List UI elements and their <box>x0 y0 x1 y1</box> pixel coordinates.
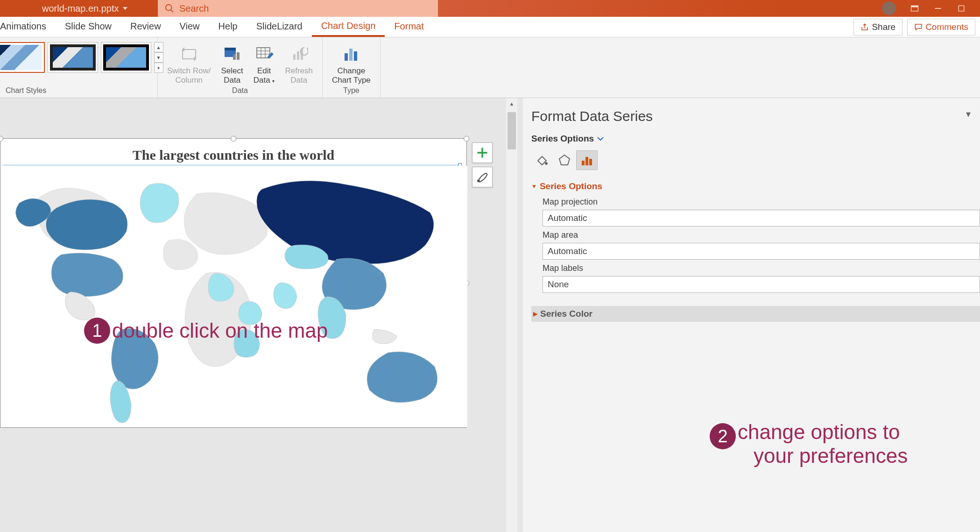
edit-data-button[interactable]: Edit Data ▾ <box>250 42 279 86</box>
search-icon <box>164 3 175 14</box>
ribbon-tabs: Animations Slide Show Review View Help S… <box>0 17 980 37</box>
tab-slidelizard[interactable]: SlideLizard <box>247 18 312 37</box>
paint-bucket-icon <box>535 153 549 167</box>
svg-line-1 <box>171 10 174 13</box>
share-icon <box>860 23 869 31</box>
select-data-icon <box>223 45 241 64</box>
svg-rect-3 <box>911 6 918 7</box>
map-area-select[interactable]: Automatic <box>543 243 980 260</box>
chart-styles-group-label: Chart Styles <box>6 86 46 97</box>
svg-rect-29 <box>589 159 592 165</box>
annotation-2-text: change options to your preferences <box>738 420 908 468</box>
refresh-icon <box>289 45 308 64</box>
svg-point-25 <box>477 179 480 182</box>
maximize-icon[interactable] <box>957 4 966 13</box>
effects-tab[interactable] <box>554 150 575 170</box>
annotation-1-badge: 1 <box>84 318 110 344</box>
select-data-button[interactable]: Select Data <box>218 42 247 86</box>
type-group-label: Type <box>343 86 360 97</box>
pane-menu-icon[interactable]: ▾ <box>966 108 971 124</box>
vertical-scrollbar[interactable]: ▲ <box>506 98 517 532</box>
svg-rect-19 <box>345 53 348 61</box>
series-options-dropdown[interactable]: Series Options <box>531 134 980 144</box>
document-name[interactable]: world-map.en.pptx <box>0 3 127 14</box>
chart-style-1[interactable] <box>0 42 45 73</box>
svg-rect-8 <box>225 48 236 50</box>
change-chart-type-button[interactable]: Change Chart Type <box>328 42 374 86</box>
map-labels-label: Map labels <box>543 263 980 273</box>
map-projection-select[interactable]: Automatic <box>543 210 980 227</box>
svg-rect-21 <box>354 51 357 61</box>
series-color-section[interactable]: ▶ Series Color <box>531 306 980 322</box>
chart-plot-selection <box>2 165 462 165</box>
chart-title[interactable]: The largest countries in the world <box>0 147 466 163</box>
window-controls <box>882 0 980 17</box>
collapse-icon: ▼ <box>531 183 537 190</box>
expand-icon: ▶ <box>533 311 537 317</box>
annotation-1-text: double click on the map <box>112 319 328 343</box>
series-tab[interactable] <box>576 150 598 170</box>
svg-point-0 <box>166 5 172 11</box>
brush-icon <box>476 170 489 184</box>
doc-dropdown-icon <box>123 7 127 10</box>
chart-object[interactable]: The largest countries in the world <box>0 138 467 428</box>
ribbon-body: ▲ ▼ ▾ Chart Styles Switch Row/ Column Se… <box>0 37 980 98</box>
pane-title: Format Data Series ▾ <box>531 108 980 124</box>
chart-styles-button[interactable] <box>472 167 493 187</box>
comments-button[interactable]: Comments <box>907 19 975 35</box>
svg-rect-20 <box>349 49 353 61</box>
search-box[interactable]: Search <box>158 0 438 17</box>
tab-view[interactable]: View <box>170 18 209 37</box>
svg-rect-27 <box>582 161 585 165</box>
pane-tab-icons <box>531 150 980 170</box>
tab-review[interactable]: Review <box>121 18 170 37</box>
map-projection-label: Map projection <box>543 197 980 207</box>
chart-elements-button[interactable] <box>472 142 493 163</box>
annotation-2-badge: 2 <box>710 423 736 449</box>
chart-style-2[interactable] <box>48 42 98 73</box>
annotation-2: 2 change options to your preferences <box>710 420 908 468</box>
share-button[interactable]: Share <box>853 19 902 35</box>
switch-row-col-icon <box>180 45 198 64</box>
map-area-label: Map area <box>543 230 980 240</box>
annotation-1: 1 double click on the map <box>84 318 328 344</box>
tab-animations[interactable]: Animations <box>0 18 56 37</box>
plus-icon <box>476 146 489 159</box>
slide-canvas[interactable]: The largest countries in the world <box>0 98 510 532</box>
chart-style-gallery[interactable] <box>0 42 151 73</box>
chevron-down-icon <box>597 136 604 142</box>
minimize-icon[interactable] <box>933 4 943 13</box>
series-options-section[interactable]: ▼ Series Options <box>531 181 980 192</box>
title-bar: world-map.en.pptx Search <box>0 0 980 17</box>
scroll-up-icon[interactable]: ▲ <box>506 98 517 109</box>
svg-rect-28 <box>585 157 588 165</box>
svg-rect-5 <box>959 6 964 11</box>
ribbon-mode-icon[interactable] <box>910 4 919 13</box>
world-map-chart[interactable] <box>0 166 467 427</box>
refresh-data-button: Refresh Data <box>281 42 317 86</box>
svg-rect-11 <box>257 48 270 58</box>
user-avatar[interactable] <box>882 1 896 15</box>
tab-chart-design[interactable]: Chart Design <box>312 18 385 37</box>
data-group-label: Data <box>232 86 248 97</box>
fill-tab[interactable] <box>531 150 553 170</box>
comment-icon <box>914 23 923 31</box>
switch-row-column-button: Switch Row/ Column <box>163 42 215 86</box>
resize-handle[interactable] <box>231 136 236 142</box>
bar-chart-icon <box>580 153 594 167</box>
tab-slide-show[interactable]: Slide Show <box>56 18 121 37</box>
svg-rect-10 <box>237 52 240 60</box>
svg-rect-17 <box>297 51 299 60</box>
search-placeholder: Search <box>179 3 209 14</box>
pentagon-icon <box>557 153 571 167</box>
resize-handle[interactable] <box>464 136 469 142</box>
svg-rect-9 <box>233 54 236 60</box>
change-chart-type-icon <box>342 45 360 64</box>
chart-style-3[interactable] <box>101 42 151 73</box>
tab-format[interactable]: Format <box>385 18 433 37</box>
tab-help[interactable]: Help <box>209 18 247 37</box>
map-labels-select[interactable]: None <box>543 276 980 293</box>
svg-point-26 <box>545 162 548 165</box>
resize-handle[interactable] <box>0 136 3 142</box>
scroll-thumb[interactable] <box>508 112 516 149</box>
